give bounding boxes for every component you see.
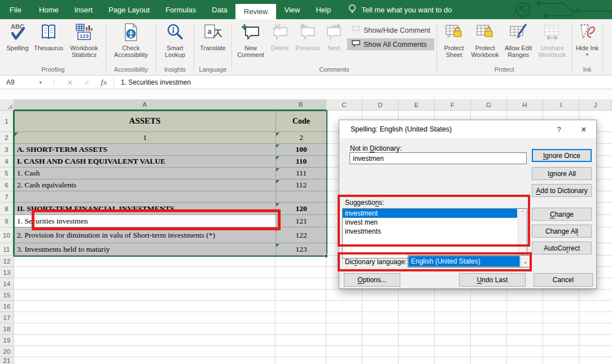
dialog-close-icon[interactable]: ✕ bbox=[571, 125, 596, 134]
formula-content[interactable]: 1. Securities investmen bbox=[115, 78, 191, 86]
column-header-E[interactable]: E bbox=[399, 99, 435, 111]
suggestion-item[interactable]: investment bbox=[343, 209, 517, 218]
row-header-2[interactable]: 2 bbox=[0, 132, 14, 144]
cell-A1[interactable]: ASSETS bbox=[14, 111, 276, 131]
cell-A6[interactable]: 2. Cash equivalents bbox=[14, 179, 276, 191]
tab-data[interactable]: Data bbox=[204, 0, 235, 19]
undo-last-button[interactable]: Undo Last bbox=[459, 273, 526, 287]
thesaurus-button[interactable]: Thesaurus bbox=[32, 21, 65, 65]
allow-edit-ranges-button[interactable]: Allow Edit Ranges bbox=[501, 21, 535, 65]
row-header-6[interactable]: 6 bbox=[0, 179, 14, 191]
column-header-A[interactable]: A bbox=[14, 99, 276, 111]
options-button[interactable]: Options... bbox=[344, 273, 400, 287]
spelling-button[interactable]: ABC Spelling bbox=[3, 21, 32, 65]
cancel-button[interactable]: Cancel bbox=[534, 273, 593, 287]
cell-B6[interactable]: 112 bbox=[276, 179, 326, 191]
name-box-caret-icon[interactable]: ▾ bbox=[39, 80, 42, 85]
column-header-D[interactable]: D bbox=[362, 99, 399, 111]
cell-A2[interactable]: 1 bbox=[14, 132, 276, 143]
tab-help[interactable]: Help bbox=[308, 0, 339, 19]
column-header-J[interactable]: J bbox=[579, 99, 612, 111]
row-header-9[interactable]: 9 bbox=[0, 215, 14, 227]
protect-sheet-button[interactable]: Protect Sheet bbox=[439, 21, 469, 65]
cell-A10[interactable]: 2. Provision for diminution in valu of S… bbox=[14, 227, 276, 243]
row-header-21[interactable]: 21 bbox=[0, 357, 14, 364]
smart-lookup-button[interactable]: Smart Lookup bbox=[159, 21, 191, 65]
row-header-3[interactable]: 3 bbox=[0, 144, 14, 156]
tell-me-box[interactable]: Tell me what you want to do bbox=[348, 0, 452, 19]
row-header-14[interactable]: 14 bbox=[0, 278, 14, 290]
workbook-statistics-button[interactable]: 123 Workbook Statistics bbox=[65, 21, 103, 65]
tab-review[interactable]: Review bbox=[235, 4, 277, 19]
select-all-corner[interactable] bbox=[0, 99, 14, 111]
cell-A8[interactable]: II. SHORT-TEM FINANCIAL INVESTMENTS bbox=[14, 203, 276, 214]
row-header-13[interactable]: 13 bbox=[0, 267, 14, 278]
column-header-I[interactable]: I bbox=[543, 99, 579, 111]
autocorrect-button[interactable]: AutoCorrect bbox=[532, 242, 592, 255]
not-in-dictionary-field[interactable]: investmen bbox=[349, 152, 527, 164]
change-all-button[interactable]: Change All bbox=[532, 225, 592, 238]
row-header-7[interactable]: 7 bbox=[0, 191, 14, 203]
suggestions-scrollbar[interactable]: ⌃ ⌄ bbox=[518, 209, 527, 258]
ignore-once-button[interactable]: Ignore Once bbox=[532, 149, 592, 162]
check-accessibility-button[interactable]: Check Accessibility bbox=[108, 21, 154, 65]
cell-B4[interactable]: 110 bbox=[276, 156, 326, 167]
cell-B11[interactable]: 123 bbox=[276, 243, 326, 255]
row-header-19[interactable]: 19 bbox=[0, 335, 14, 346]
row-header-10[interactable]: 10 bbox=[0, 227, 14, 243]
column-header-G[interactable]: G bbox=[471, 99, 507, 111]
tab-page-layout[interactable]: Page Layout bbox=[100, 0, 158, 19]
cell-A5[interactable]: 1. Cash bbox=[14, 168, 276, 179]
suggestion-item[interactable]: investments bbox=[343, 227, 517, 236]
insert-function-icon[interactable]: fx bbox=[95, 78, 112, 87]
row-header-4[interactable]: 4 bbox=[0, 156, 14, 168]
column-header-F[interactable]: F bbox=[435, 99, 471, 111]
cell-A7[interactable] bbox=[14, 191, 276, 202]
row-header-16[interactable]: 16 bbox=[0, 301, 14, 312]
tab-view[interactable]: View bbox=[276, 0, 308, 19]
row-header-12[interactable]: 12 bbox=[0, 256, 14, 267]
row-header-11[interactable]: 11 bbox=[0, 243, 14, 256]
new-comment-button[interactable]: New Comment bbox=[234, 21, 267, 65]
dictionary-language-dropdown[interactable]: English (United States) ⌄ bbox=[408, 255, 531, 267]
column-header-B[interactable]: B bbox=[276, 99, 326, 111]
row-header-5[interactable]: 5 bbox=[0, 168, 14, 179]
column-header-C[interactable]: C bbox=[326, 99, 362, 111]
row-header-1[interactable]: 1 bbox=[0, 111, 14, 132]
ignore-all-button[interactable]: Ignore All bbox=[532, 167, 592, 180]
add-to-dictionary-button[interactable]: Add to Dictionary bbox=[532, 184, 592, 197]
scroll-up-icon[interactable]: ⌃ bbox=[521, 210, 525, 216]
cell-B10[interactable]: 122 bbox=[276, 227, 326, 243]
cell-B1[interactable]: Code bbox=[276, 111, 326, 131]
cell-B3[interactable]: 100 bbox=[276, 144, 326, 155]
row-header-20[interactable]: 20 bbox=[0, 346, 14, 357]
row-header-15[interactable]: 15 bbox=[0, 290, 14, 301]
tab-formulas[interactable]: Formulas bbox=[158, 0, 204, 19]
suggestion-item[interactable]: invest men bbox=[343, 218, 517, 227]
translate-button[interactable]: a Translate bbox=[196, 21, 229, 65]
tab-file[interactable]: File bbox=[0, 0, 31, 19]
row-header-18[interactable]: 18 bbox=[0, 323, 14, 335]
cell-B7[interactable] bbox=[276, 191, 326, 202]
tab-home[interactable]: Home bbox=[31, 0, 67, 19]
tab-insert[interactable]: Insert bbox=[67, 0, 101, 19]
cell-B2[interactable]: 2 bbox=[276, 132, 326, 143]
cell-A11[interactable]: 3. Investments held to maturiy bbox=[14, 243, 276, 255]
row-header-8[interactable]: 8 bbox=[0, 203, 14, 215]
dialog-titlebar[interactable]: Spelling: English (United States) ? ✕ bbox=[339, 120, 596, 138]
fill-handle[interactable] bbox=[324, 254, 328, 258]
hide-ink-button[interactable]: Hide Ink ▾ bbox=[574, 21, 600, 65]
cell-A9[interactable]: 1. Securities investmen bbox=[14, 215, 276, 227]
cell-A4[interactable]: I. CASH AND CASH EQUIVALENT VALUE bbox=[14, 156, 276, 167]
cell-B9[interactable]: 121 bbox=[276, 215, 326, 227]
column-header-H[interactable]: H bbox=[507, 99, 543, 111]
cell-B8[interactable]: 120 bbox=[276, 203, 326, 214]
cell-B5[interactable]: 111 bbox=[276, 168, 326, 179]
dialog-help-button[interactable]: ? bbox=[547, 125, 571, 134]
cell-A3[interactable]: A. SHORT-TERM ASSETS bbox=[14, 144, 276, 155]
dropdown-chevron-icon[interactable]: ⌄ bbox=[520, 256, 531, 267]
suggestions-list[interactable]: investment invest men investments ⌃ ⌄ bbox=[342, 208, 527, 258]
name-box[interactable]: A9 ▾ bbox=[0, 76, 46, 89]
protect-workbook-button[interactable]: Protect Workbook bbox=[469, 21, 501, 65]
row-header-17[interactable]: 17 bbox=[0, 312, 14, 323]
